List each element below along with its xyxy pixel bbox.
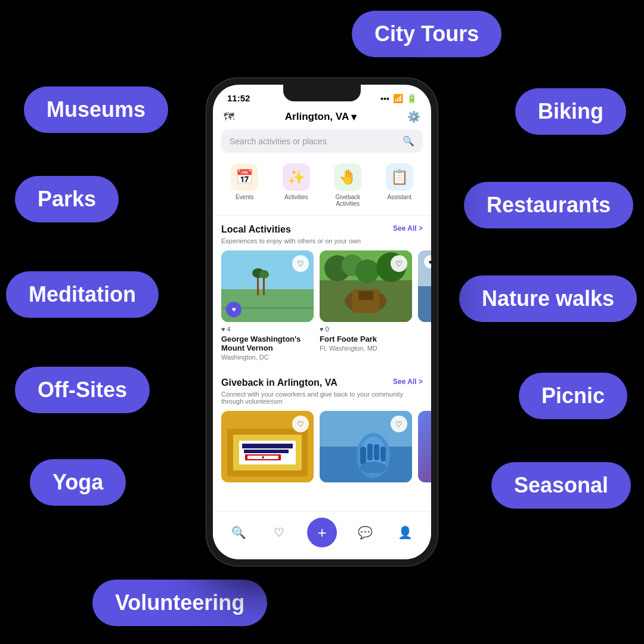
- george-liked: ♥: [226, 302, 242, 317]
- giveback-card-cleanup[interactable]: ♡: [320, 411, 412, 486]
- nav-chat[interactable]: 💬: [353, 521, 377, 544]
- george-name: George Washington's Mount Vernon: [221, 335, 314, 352]
- giveback-label: GivebackActivities: [335, 194, 360, 207]
- scroll-content[interactable]: Local Activities See All > Experiences t…: [213, 216, 431, 511]
- map-icon[interactable]: 🗺: [224, 111, 234, 123]
- parks-pill[interactable]: Parks: [15, 176, 119, 222]
- svg-rect-31: [360, 447, 366, 465]
- citytours-pill[interactable]: City Tours: [352, 11, 501, 57]
- giveback-partial-image: [418, 411, 431, 482]
- nav-add-button[interactable]: +: [307, 518, 337, 547]
- restaurants-pill[interactable]: Restaurants: [464, 182, 633, 228]
- category-events[interactable]: 📅 Events: [231, 163, 258, 207]
- activity-card-partial: ♥: [418, 250, 431, 361]
- search-bar[interactable]: Search activities or places 🔍: [221, 129, 423, 153]
- yoga-pill[interactable]: Yoga: [30, 459, 126, 506]
- george-location: Washington, DC: [221, 354, 314, 361]
- nav-profile[interactable]: 👤: [393, 521, 417, 544]
- george-image: ♡ ♥: [221, 250, 314, 322]
- svg-point-5: [259, 270, 269, 278]
- fort-location: Ft. Washington, MD: [320, 345, 412, 352]
- svg-rect-32: [367, 444, 373, 460]
- status-time: 11:52: [227, 93, 250, 103]
- wifi-icon: 📶: [393, 94, 403, 103]
- filter-icon[interactable]: ⚙️: [407, 110, 420, 123]
- signal-icon: ▪▪▪: [380, 94, 389, 103]
- giveback-see-all[interactable]: See All >: [393, 377, 423, 386]
- events-icon: 📅: [231, 163, 258, 191]
- svg-point-26: [262, 456, 264, 459]
- fort-likes: ♥ 0: [320, 326, 412, 333]
- giveback-title: Giveback in Arlington, VA: [221, 377, 338, 388]
- picnic-pill[interactable]: Picnic: [519, 373, 627, 419]
- local-activities-title: Local Activities: [221, 224, 291, 235]
- search-placeholder: Search activities or places: [230, 137, 398, 146]
- fort-heart[interactable]: ♡: [391, 255, 407, 272]
- offsites-pill[interactable]: Off-Sites: [15, 367, 150, 413]
- george-likes: ♥ 4: [221, 326, 314, 333]
- cleanup-heart[interactable]: ♡: [391, 416, 407, 432]
- svg-rect-15: [358, 291, 373, 300]
- biking-pill[interactable]: Biking: [515, 88, 626, 135]
- nav-search[interactable]: 🔍: [227, 521, 251, 544]
- app-header: 🗺 Arlington, VA ▾ ⚙️: [213, 107, 431, 129]
- phone-screen: 11:52 ▪▪▪ 📶 🔋 🗺 Arlington, VA ▾ ⚙️ Searc…: [213, 85, 431, 559]
- local-see-all[interactable]: See All >: [393, 224, 423, 233]
- activity-cards-row: ♡ ♥ ♥ 4 George Washington's Mount Vernon…: [213, 250, 431, 369]
- giveback-card-partial: [418, 411, 431, 486]
- naturewalks-pill[interactable]: Nature walks: [459, 275, 637, 322]
- battery-icon: 🔋: [407, 94, 417, 103]
- giveback-icon: 🤚: [334, 163, 361, 191]
- cleanup-image: ♡: [320, 411, 412, 482]
- dropdown-arrow: ▾: [351, 111, 357, 123]
- notch: [283, 85, 361, 101]
- svg-rect-22: [242, 444, 293, 448]
- giveback-card-foodbank[interactable]: ♡: [221, 411, 314, 486]
- status-icons: ▪▪▪ 📶 🔋: [380, 94, 417, 103]
- svg-rect-34: [380, 447, 386, 462]
- local-activities-subtitle: Experiences to enjoy with others or on y…: [213, 237, 431, 250]
- svg-rect-33: [374, 444, 379, 460]
- activity-card-george[interactable]: ♡ ♥ ♥ 4 George Washington's Mount Vernon…: [221, 250, 314, 361]
- events-label: Events: [236, 194, 254, 200]
- george-heart[interactable]: ♡: [292, 255, 309, 272]
- fort-image: ♡: [320, 250, 412, 322]
- activities-icon: ✨: [283, 163, 310, 191]
- activity-card-fort[interactable]: ♡ ♥ 0 Fort Foote Park Ft. Washington, MD: [320, 250, 412, 361]
- nav-heart[interactable]: ♡: [267, 521, 291, 544]
- giveback-subtitle: Connect with your coworkers and give bac…: [213, 391, 431, 411]
- bottom-nav: 🔍 ♡ + 💬 👤: [213, 511, 431, 559]
- search-icon: 🔍: [402, 135, 414, 147]
- phone-outer: 11:52 ▪▪▪ 📶 🔋 🗺 Arlington, VA ▾ ⚙️ Searc…: [206, 78, 438, 566]
- fort-name: Fort Foote Park: [320, 335, 412, 343]
- svg-rect-23: [244, 450, 289, 453]
- svg-point-11: [355, 259, 379, 283]
- activities-label: Activities: [284, 194, 308, 200]
- location-text: Arlington, VA: [285, 111, 349, 123]
- volunteering-pill[interactable]: Volunteering: [92, 580, 267, 626]
- partial-image: ♥: [418, 250, 431, 322]
- museums-pill[interactable]: Museums: [24, 86, 168, 133]
- local-activities-header: Local Activities See All >: [213, 216, 431, 237]
- foodbank-image: ♡: [221, 411, 314, 482]
- location-selector[interactable]: Arlington, VA ▾: [285, 111, 357, 123]
- giveback-cards-row: ♡: [213, 411, 431, 494]
- svg-point-35: [360, 462, 386, 473]
- meditation-pill[interactable]: Meditation: [6, 271, 159, 318]
- category-activities[interactable]: ✨ Activities: [283, 163, 310, 207]
- giveback-header: Giveback in Arlington, VA See All >: [213, 369, 431, 391]
- seasonal-pill[interactable]: Seasonal: [491, 462, 631, 509]
- foodbank-heart[interactable]: ♡: [292, 416, 309, 432]
- assistant-label: Assistant: [387, 194, 411, 200]
- phone: 11:52 ▪▪▪ 📶 🔋 🗺 Arlington, VA ▾ ⚙️ Searc…: [206, 78, 438, 566]
- category-giveback[interactable]: 🤚 GivebackActivities: [334, 163, 361, 207]
- category-assistant[interactable]: 📋 Assistant: [386, 163, 413, 207]
- assistant-icon: 📋: [386, 163, 413, 191]
- category-grid: 📅 Events ✨ Activities 🤚 GivebackActiviti…: [213, 160, 431, 216]
- svg-rect-17: [418, 286, 431, 322]
